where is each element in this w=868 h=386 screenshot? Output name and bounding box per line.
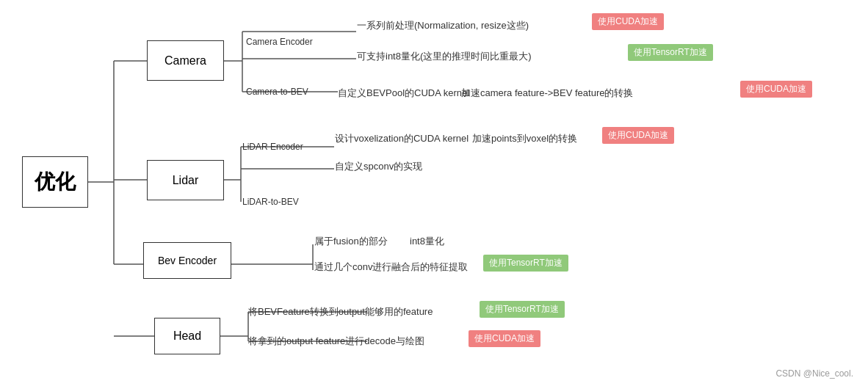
root-label: 优化 [35,168,76,196]
cam-bev-label: Camera-to-BEV [246,87,308,97]
badge-cuda-1: 使用CUDA加速 [592,13,664,30]
camera-node: Camera [147,40,224,81]
bev-label: Bev Encoder [158,255,217,266]
head-node: Head [154,318,220,354]
diagram: 优化 Camera Lidar Bev Encoder Head Camera … [0,0,868,386]
text-1: 一系列前处理(Normalization, resize这些) [357,19,529,32]
badge-tensorrt-1: 使用TensorRT加速 [628,44,713,61]
text-6: 属于fusion的部分 [314,235,388,248]
text-3b: 加速camera feature->BEV feature的转换 [461,87,633,100]
text-3: 自定义BEVPool的CUDA kernel [338,87,469,100]
lidar-encoder-label: LiDAR Encoder [242,142,303,152]
lidar-node: Lidar [147,160,224,200]
badge-tensorrt-2: 使用TensorRT加速 [483,255,568,272]
text-4b: 加速points到voxel的转换 [472,132,577,145]
text-5: 自定义spconv的实现 [335,160,422,173]
lidar-bev-label: LiDAR-to-BEV [242,197,299,207]
badge-tensorrt-3: 使用TensorRT加速 [480,301,565,318]
text-7: 通过几个conv进行融合后的特征提取 [314,261,468,274]
cam-encoder-label: Camera Encoder [246,37,313,47]
text-2: 可支持int8量化(这里的推理时间比重最大) [357,50,532,63]
root-node: 优化 [22,156,88,208]
lidar-label: Lidar [173,174,199,187]
text-8: 将BEVFeature转换到output能够用的feature [248,305,433,318]
badge-cuda-3: 使用CUDA加速 [602,127,674,144]
text-9: 将拿到的output feature进行decode与绘图 [248,335,424,348]
badge-cuda-4: 使用CUDA加速 [469,330,540,347]
text-6b: int8量化 [410,235,444,248]
bev-node: Bev Encoder [143,242,231,279]
text-4: 设计voxelization的CUDA kernel [335,132,469,145]
head-label: Head [173,329,201,343]
watermark: CSDN @Nice_cool. [775,368,853,379]
badge-cuda-2: 使用CUDA加速 [740,81,812,98]
camera-label: Camera [164,54,206,68]
